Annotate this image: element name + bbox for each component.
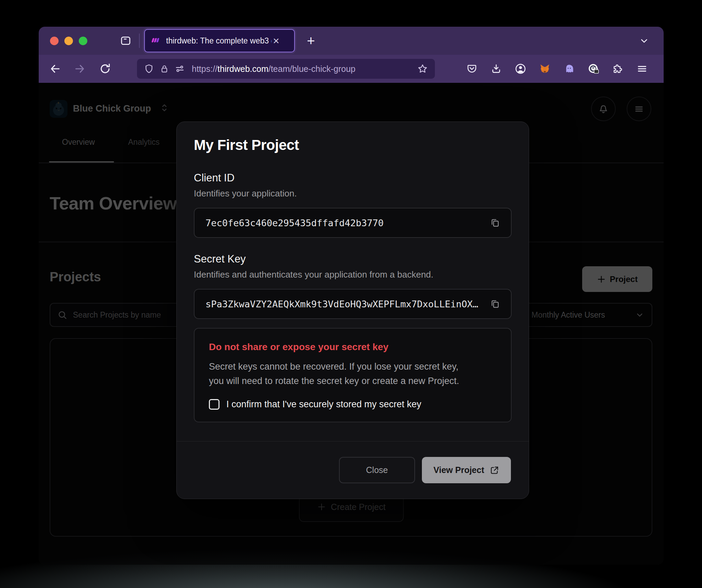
client-id-field: 7ec0fe63c460e295435dffafd42b3770 [194,208,512,238]
secret-key-label: Secret Key [194,253,512,265]
phantom-icon[interactable] [560,59,578,78]
window-controls [50,37,87,45]
secret-key-field: sPa3ZkwaVZY2AEQkXmk9t3VdEoHQ3wXEPFLmx7Dx… [194,289,512,319]
thirdweb-favicon-icon [150,36,161,46]
downloads-icon[interactable] [487,59,505,78]
client-id-value: 7ec0fe63c460e295435dffafd42b3770 [205,218,484,228]
warning-title: Do not share or expose your secret key [209,342,497,353]
pocket-icon[interactable] [463,59,481,78]
client-id-description: Identifies your application. [194,188,512,199]
connection-lock-icon[interactable] [160,64,169,74]
zoom-window-button[interactable] [79,37,87,45]
confirm-checkbox[interactable] [209,399,220,410]
copy-secret-key-icon[interactable] [490,299,500,309]
tracking-protection-shield-icon[interactable] [144,64,154,74]
confirm-label: I confirm that I've securely stored my s… [226,399,421,410]
extensions-puzzle-icon[interactable] [609,59,627,78]
browser-tabstrip: thirdweb: The complete web3 de × + [39,27,664,55]
dialog-footer: Close View Project [177,441,529,499]
account-icon[interactable] [511,59,530,78]
browser-window: thirdweb: The complete web3 de × + [39,27,664,565]
client-id-label: Client ID [194,172,512,184]
desktop: thirdweb: The complete web3 de × + [0,0,702,588]
secret-key-description: Identifies and authenticates your applic… [194,269,512,280]
firefox-view-icon[interactable] [120,35,131,47]
navbar-right-icons [463,59,651,78]
reload-button[interactable] [96,59,115,78]
onepassword-icon[interactable] [584,59,603,78]
secret-key-warning: Do not share or expose your secret key S… [194,328,512,422]
copy-client-id-icon[interactable] [490,218,500,228]
tabstrip-separator [139,34,140,48]
close-window-button[interactable] [50,37,59,45]
browser-tab-thirdweb[interactable]: thirdweb: The complete web3 de × [144,29,295,52]
secret-key-value: sPa3ZkwaVZY2AEQkXmk9t3VdEoHQ3wXEPFLmx7Dx… [205,299,484,309]
new-tab-button[interactable]: + [302,31,320,50]
forward-button[interactable] [70,59,89,78]
metamask-icon[interactable] [536,59,554,78]
project-created-dialog: My First Project Client ID Identifies yo… [176,122,529,499]
view-project-button[interactable]: View Project [422,457,511,483]
external-link-icon [490,465,499,475]
bookmark-star-icon[interactable] [417,63,428,74]
list-all-tabs-icon[interactable] [635,31,653,50]
tab-title: thirdweb: The complete web3 de [166,36,272,46]
back-button[interactable] [46,59,65,78]
app-menu-hamburger-icon[interactable] [633,59,651,78]
page-content: Blue Chick Group Overview Analytics Team… [39,83,664,565]
tab-close-icon[interactable]: × [273,35,279,46]
dialog-title: My First Project [194,137,512,153]
browser-navbar: https://thirdweb.com/team/blue-chick-gro… [39,55,664,83]
close-button[interactable]: Close [339,457,415,483]
minimize-window-button[interactable] [64,37,73,45]
warning-body: Secret keys cannot be recovered. If you … [209,359,497,388]
url-text: https://thirdweb.com/team/blue-chick-gro… [192,64,412,74]
site-permissions-icon[interactable] [175,64,185,74]
url-bar[interactable]: https://thirdweb.com/team/blue-chick-gro… [137,59,435,79]
